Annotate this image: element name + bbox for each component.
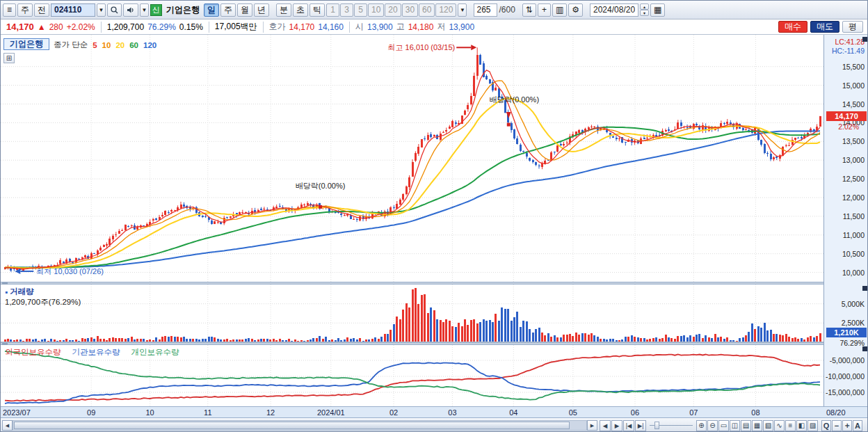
- x-axis-label: 10: [145, 408, 154, 417]
- minute-option-button: 120: [435, 3, 456, 17]
- price-axis-label: 11,000: [843, 231, 865, 239]
- change-arrow-icon: ▲: [38, 22, 46, 32]
- hc-label: HC:-11.49: [832, 47, 865, 55]
- period-year-button[interactable]: 년: [254, 3, 269, 17]
- volume-chart-panel[interactable]: ▪ 거래량 1,209,700주(76.29%): [1, 285, 823, 342]
- scroll-right-icon[interactable]: ▶: [587, 420, 597, 431]
- indicator-list-tool-icon[interactable]: ≡: [785, 420, 796, 431]
- menu-icon[interactable]: ≡: [3, 3, 16, 17]
- volume-subtitle: 1,209,700주(76.29%): [5, 297, 81, 307]
- speaker-icon-glyph: [127, 6, 135, 14]
- buy-button[interactable]: 매수: [778, 21, 807, 33]
- current-change-label: 2.02%: [838, 122, 859, 131]
- x-axis-label: 11: [204, 408, 211, 417]
- zoom-buttons-group: Q−＋A: [821, 420, 862, 431]
- chart-type-tool-icon[interactable]: ▦: [752, 420, 762, 431]
- gear-icon[interactable]: ⚙: [568, 3, 583, 17]
- interval-dropdown-icon[interactable]: ▼: [458, 3, 467, 17]
- volume-axis-label: 2,500K: [842, 319, 865, 327]
- volume-chart-svg[interactable]: [1, 285, 823, 342]
- panel-collapse-icon[interactable]: [862, 37, 867, 42]
- holdings-axis-label: -15,000,000: [826, 388, 865, 397]
- zoom-in-button[interactable]: ＋: [842, 420, 852, 431]
- period-week-button[interactable]: 주: [220, 3, 236, 17]
- step-left-button[interactable]: ◀: [600, 420, 611, 431]
- sort-icon[interactable]: ⇅: [522, 3, 536, 17]
- x-axis-label: 2023/07: [3, 408, 31, 417]
- code-dropdown-icon[interactable]: ▼: [97, 3, 106, 17]
- period-second-button[interactable]: 초: [293, 3, 308, 17]
- svg-text:배당락(0.00%): 배당락(0.00%): [296, 182, 346, 190]
- x-axis: 2023/07091011122024/010203040506070808/2…: [1, 406, 868, 417]
- quick-zoom-button[interactable]: Q: [821, 420, 831, 431]
- panel-collapse-icon[interactable]: [862, 346, 867, 351]
- price-axis-label: 12,500: [842, 175, 865, 183]
- date-spin-up-icon[interactable]: ▴: [640, 3, 649, 10]
- step-right-button[interactable]: ▶: [611, 420, 622, 431]
- zoom-slider-thumb[interactable]: [654, 422, 659, 429]
- bottom-toolbar: ◀ ▶ ◀▶|◀▶| ⊕⊖▭◫▤▦▧∿≡◧▨ Q−＋A: [1, 417, 868, 432]
- svg-text:최고 16,010 (03/15): 최고 16,010 (03/15): [388, 43, 456, 51]
- stock-code-input[interactable]: [51, 3, 95, 17]
- compare-tool-icon[interactable]: ◧: [796, 420, 807, 431]
- week-mode-button[interactable]: 주: [17, 3, 33, 17]
- zoom-out-tool-icon[interactable]: ⊖: [707, 420, 718, 431]
- legend-prefix: 종가 단순: [54, 40, 88, 50]
- legend-ma20: 20: [115, 41, 124, 49]
- high-label: 고: [396, 21, 405, 33]
- holdings-chart-panel[interactable]: 외국인보유수량 기관보유수량 개인보유수량: [1, 345, 823, 406]
- scrollbar-track[interactable]: [13, 420, 587, 431]
- period-day-button[interactable]: 일: [204, 3, 219, 17]
- sound-dropdown-icon[interactable]: ▼: [140, 3, 149, 17]
- date-input[interactable]: [590, 3, 638, 17]
- prev-mode-button[interactable]: 전: [34, 3, 49, 17]
- legend-ma60: 60: [129, 41, 138, 49]
- low-price: 13,900: [449, 22, 474, 32]
- trendline-tool-icon[interactable]: ∿: [774, 420, 785, 431]
- chart-settings-tool-icon[interactable]: ▨: [807, 420, 818, 431]
- price-chart-svg[interactable]: 최고 16,010 (03/15)최저 10,030 (07/26)배당락(0.…: [1, 35, 823, 282]
- sell-button[interactable]: 매도: [810, 21, 839, 33]
- zoom-slider[interactable]: [648, 420, 694, 431]
- stock-tab-label: 기업은행: [10, 38, 43, 50]
- panel-collapse-icon[interactable]: [862, 286, 867, 291]
- jump-end-button[interactable]: ▶|: [635, 420, 646, 431]
- stock-name-label: 기업은행: [163, 4, 202, 16]
- minute-options-group: 13510203060120: [326, 3, 456, 17]
- scroll-left-icon[interactable]: ◀: [2, 420, 13, 431]
- holdings-legend: 외국인보유수량 기관보유수량 개인보유수량: [5, 347, 179, 358]
- price-axis-label: 10,000: [842, 269, 865, 277]
- minute-option-button: 30: [402, 3, 418, 17]
- period-minute-button[interactable]: 분: [276, 3, 291, 17]
- grid-tool-icon[interactable]: ▤: [741, 420, 751, 431]
- order-buttons-group: 매수 매도 평: [778, 21, 863, 33]
- candle-count-input[interactable]: [474, 3, 497, 17]
- volume-axis-label: 5,000K: [842, 300, 865, 308]
- ask-price: 14,170: [289, 22, 315, 32]
- change-percent: +2.02%: [67, 22, 95, 32]
- high-price: 14,180: [408, 22, 434, 32]
- period-month-button[interactable]: 월: [237, 3, 252, 17]
- board-icon[interactable]: ▥: [552, 3, 567, 17]
- chart-grid-icon[interactable]: ⊞: [3, 53, 15, 63]
- pattern-tool-icon[interactable]: ▧: [763, 420, 773, 431]
- date-spin-down-icon[interactable]: ▾: [640, 10, 649, 16]
- region-zoom-tool-icon[interactable]: ▭: [718, 420, 729, 431]
- search-icon[interactable]: [107, 3, 122, 17]
- chart-scrollbar[interactable]: ◀ ▶: [2, 420, 597, 431]
- crosshair-icon[interactable]: +: [538, 3, 551, 17]
- split-screen-tool-icon[interactable]: ◫: [730, 420, 740, 431]
- sound-icon[interactable]: [123, 3, 138, 17]
- stock-tab[interactable]: 기업은행: [3, 38, 49, 50]
- jump-start-button[interactable]: |◀: [623, 420, 634, 431]
- avg-button[interactable]: 평: [842, 21, 863, 33]
- price-chart-panel[interactable]: 최고 16,010 (03/15)최저 10,030 (07/26)배당락(0.…: [1, 35, 823, 282]
- calendar-icon[interactable]: ▦: [650, 3, 665, 17]
- x-axis-label: 06: [631, 408, 639, 417]
- lc-label: LC:41.28: [835, 38, 865, 46]
- auto-scale-button[interactable]: A: [853, 420, 862, 431]
- zoom-in-tool-icon[interactable]: ⊕: [696, 420, 707, 431]
- period-tick-button[interactable]: 틱: [310, 3, 325, 17]
- scrollbar-thumb[interactable]: [14, 422, 570, 429]
- zoom-out-button[interactable]: −: [832, 420, 842, 431]
